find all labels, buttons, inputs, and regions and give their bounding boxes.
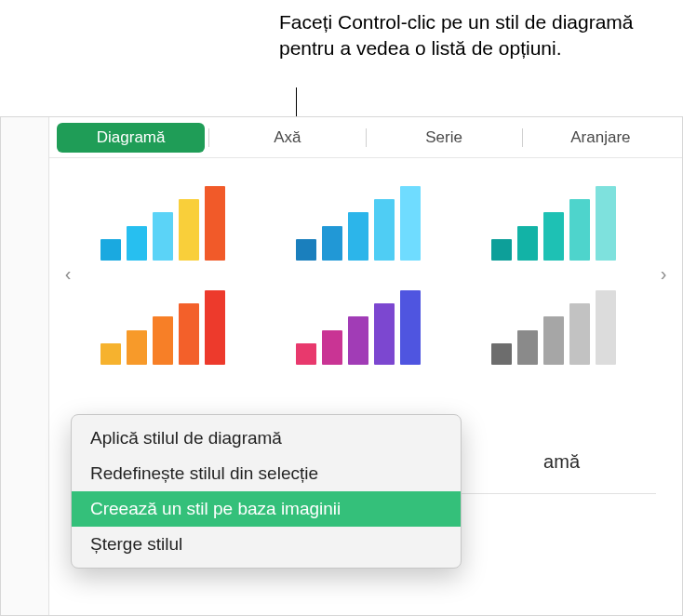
- bar-icon: [543, 212, 564, 261]
- chevron-left-icon: ‹: [65, 263, 72, 285]
- chart-style-thumb-6[interactable]: [479, 281, 628, 365]
- inspector-tabs: Diagramă Axă Serie Aranjare: [49, 117, 682, 158]
- menu-item-delete-style[interactable]: Șterge stilul: [72, 527, 461, 562]
- bar-icon: [100, 343, 121, 365]
- bar-icon: [153, 212, 173, 261]
- bar-icon: [296, 239, 316, 261]
- bar-icon: [596, 290, 616, 365]
- bar-icon: [348, 212, 368, 261]
- chart-styles-area: ‹ › amă: [49, 158, 682, 374]
- chart-style-thumb-1[interactable]: [88, 177, 237, 261]
- bar-icon: [322, 330, 342, 365]
- chart-styles-grid: [88, 177, 643, 365]
- chevron-right-icon: ›: [661, 263, 667, 285]
- menu-item-apply-style[interactable]: Aplică stilul de diagramă: [72, 421, 461, 456]
- bar-icon: [400, 290, 421, 365]
- bar-icon: [543, 316, 564, 365]
- bar-icon: [127, 226, 147, 261]
- bar-icon: [400, 186, 421, 261]
- bar-icon: [491, 343, 512, 365]
- bar-icon: [348, 316, 368, 365]
- chart-style-thumb-3[interactable]: [479, 177, 628, 261]
- tab-separator: [366, 128, 367, 147]
- bar-icon: [296, 343, 316, 365]
- bar-icon: [179, 303, 199, 365]
- bar-icon: [322, 226, 342, 261]
- bar-icon: [205, 290, 225, 365]
- bar-icon: [517, 226, 538, 261]
- bar-icon: [205, 186, 225, 261]
- chart-style-thumb-4[interactable]: [88, 281, 237, 365]
- bar-icon: [491, 239, 512, 261]
- styles-next-button[interactable]: ›: [652, 261, 675, 287]
- bar-icon: [127, 330, 147, 365]
- tab-axis[interactable]: Axă: [213, 123, 361, 153]
- bar-icon: [100, 239, 121, 261]
- chart-style-context-menu: Aplică stilul de diagramă Redefinește st…: [71, 414, 462, 569]
- tab-arrange[interactable]: Aranjare: [527, 123, 675, 153]
- chart-style-thumb-2[interactable]: [284, 177, 433, 261]
- menu-item-create-style[interactable]: Creează un stil pe baza imaginii: [72, 491, 461, 527]
- styles-prev-button[interactable]: ‹: [57, 261, 79, 287]
- tab-series[interactable]: Serie: [370, 123, 518, 153]
- bar-icon: [153, 316, 173, 365]
- bar-icon: [374, 303, 395, 365]
- tab-separator: [522, 128, 523, 147]
- tab-separator: [208, 128, 209, 147]
- chart-options-label-fragment: amă: [543, 451, 580, 473]
- bar-icon: [596, 186, 616, 261]
- bar-icon: [569, 199, 590, 261]
- bar-icon: [179, 199, 199, 261]
- chart-style-thumb-5[interactable]: [284, 281, 433, 365]
- bar-icon: [374, 199, 395, 261]
- menu-item-redefine-style[interactable]: Redefinește stilul din selecție: [72, 456, 461, 491]
- callout-text: Faceți Control-clic pe un stil de diagra…: [279, 9, 670, 62]
- bar-icon: [569, 303, 590, 365]
- bar-icon: [517, 330, 538, 365]
- canvas-area: [1, 117, 49, 615]
- tab-chart[interactable]: Diagramă: [57, 123, 205, 153]
